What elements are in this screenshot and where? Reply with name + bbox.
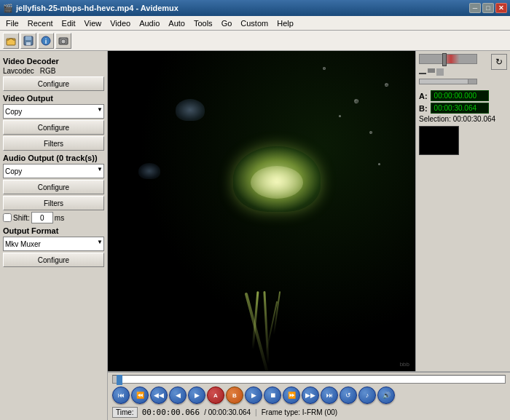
ms-label: ms — [55, 214, 64, 222]
audio-output-configure-button[interactable]: Configure — [3, 180, 104, 194]
svg-rect-8 — [61, 37, 66, 39]
audio-output-select-wrapper: Copy AAC MP3 AC3 ▼ — [3, 164, 104, 178]
a-label: A: — [419, 92, 428, 100]
bubble-4 — [339, 115, 341, 117]
total-time: / 00:00:30.064 — [204, 408, 251, 416]
video-decoder-configure-button[interactable]: Configure — [3, 76, 104, 91]
audio-output-select[interactable]: Copy AAC MP3 AC3 — [3, 164, 104, 178]
time-label: Time: — [112, 407, 138, 418]
video-area: bbb — [108, 51, 415, 371]
svg-rect-2 — [26, 36, 31, 40]
window-title: jellyfish-25-mbps-hd-hevc.mp4 - Avidemux — [16, 4, 178, 12]
menu-help[interactable]: Help — [272, 17, 298, 29]
current-time: 00:00:00.066 — [142, 408, 200, 417]
next-frame-button[interactable]: ⏩ — [283, 387, 300, 404]
audio-output-label: Audio Output (0 track(s)) — [3, 154, 104, 162]
output-format-select-wrapper: Mkv Muxer MP4 Muxer AVI Muxer ▼ — [3, 237, 104, 251]
mark-a-button[interactable]: A — [207, 387, 224, 404]
watermark: bbb — [400, 361, 409, 368]
back-1s-button[interactable]: ◀ — [169, 387, 187, 404]
ab-controls: A: 00:00:00.000 B: 00:00:30.064 Selectio… — [419, 90, 507, 123]
output-format-configure-button[interactable]: Configure — [3, 253, 104, 267]
selection-label: Selection: — [419, 115, 451, 123]
status-row: Time: 00:00:00.066 / 00:00:30.064 | Fram… — [108, 405, 510, 420]
output-format-select[interactable]: Mkv Muxer MP4 Muxer AVI Muxer — [3, 237, 104, 251]
toolbar: i — [0, 31, 510, 51]
rewind-to-start-button[interactable]: ⏮ — [112, 387, 130, 404]
open-button[interactable] — [3, 33, 19, 49]
output-format-label: Output Format — [3, 226, 104, 235]
close-button[interactable]: ✕ — [495, 3, 507, 13]
title-bar: 🎬 jellyfish-25-mbps-hd-hevc.mp4 - Avidem… — [0, 0, 510, 16]
preview-box — [419, 126, 459, 155]
svg-rect-3 — [26, 42, 31, 45]
frame-type: Frame type: I-FRM (00) — [262, 408, 337, 416]
left-panel: Video Decoder Lavcodec RGB Configure Vid… — [0, 51, 108, 420]
menu-auto[interactable]: Auto — [164, 17, 189, 29]
shift-checkbox[interactable] — [3, 213, 12, 222]
svg-point-7 — [61, 39, 66, 44]
bubble-3 — [385, 83, 388, 87]
progress-bar-container — [108, 373, 510, 385]
volume-button[interactable]: 🔊 — [377, 387, 395, 404]
jellyfish-main-body — [233, 146, 321, 212]
forward-button[interactable]: ▶▶ — [302, 387, 319, 404]
rgb-label: RGB — [40, 67, 56, 75]
prev-segment-button[interactable]: ⏪ — [131, 387, 149, 404]
bubble-1 — [354, 99, 358, 103]
selection-time: 00:00:30.064 — [453, 115, 495, 123]
menu-go[interactable]: Go — [217, 17, 237, 29]
mark-b-button[interactable]: B — [226, 387, 243, 404]
audio-button[interactable]: ♪ — [358, 387, 376, 404]
a-time: 00:00:00.000 — [431, 90, 489, 101]
video-output-filters-button[interactable]: Filters — [3, 136, 104, 151]
menu-custom[interactable]: Custom — [236, 17, 272, 29]
info-button[interactable]: i — [38, 33, 54, 49]
bubble-2 — [369, 131, 372, 134]
stop-button[interactable]: ⏹ — [264, 387, 281, 404]
minimize-button[interactable]: ─ — [469, 3, 481, 13]
menu-bar: File Recent Edit View Video Audio Auto T… — [0, 16, 510, 31]
video-output-configure-button[interactable]: Configure — [3, 120, 104, 135]
progress-track[interactable] — [112, 375, 506, 384]
menu-edit[interactable]: Edit — [58, 17, 80, 29]
jellyfish-small-1 — [176, 99, 205, 121]
audio-output-filters-button[interactable]: Filters — [3, 196, 104, 210]
menu-audio[interactable]: Audio — [135, 17, 164, 29]
video-decoder-label: Video Decoder — [3, 57, 104, 66]
rewind-button[interactable]: ◀◀ — [150, 387, 168, 404]
save-button[interactable] — [20, 33, 36, 49]
progress-thumb[interactable] — [117, 375, 122, 385]
video-output-select-wrapper: Copy HuffYUV MPEG4 x264 ▼ — [3, 104, 104, 119]
lavcodec-label: Lavcodec — [3, 67, 34, 75]
app-icon: 🎬 — [3, 4, 13, 13]
transport-row: ⏮ ⏪ ◀◀ ◀ ▶ A B ▶ ⏹ ⏩ ▶▶ ⏭ ↺ ♪ 🔊 — [108, 385, 510, 405]
right-controls: ↻ A: 00:00:00.000 B: 00:00:30.064 — [415, 51, 510, 371]
menu-video[interactable]: Video — [106, 17, 135, 29]
svg-text:i: i — [45, 38, 47, 45]
video-output-label: Video Output — [3, 94, 104, 103]
b-time: 00:00:30.064 — [431, 103, 489, 114]
menu-view[interactable]: View — [80, 17, 106, 29]
bottom-controls: ⏮ ⏪ ◀◀ ◀ ▶ A B ▶ ⏹ ⏩ ▶▶ ⏭ ↺ ♪ 🔊 Time: 00… — [108, 371, 510, 420]
loop-button[interactable]: ↺ — [340, 387, 357, 404]
menu-file[interactable]: File — [1, 17, 23, 29]
video-frame: bbb — [108, 51, 415, 371]
shift-label: Shift: — [13, 214, 30, 222]
play-button[interactable]: ▶ — [245, 387, 262, 404]
shift-input[interactable] — [31, 212, 53, 223]
forward-end-button[interactable]: ⏭ — [321, 387, 338, 404]
refresh-button[interactable]: ↻ — [491, 54, 507, 70]
svg-rect-0 — [7, 39, 15, 45]
video-output-select[interactable]: Copy HuffYUV MPEG4 x264 — [3, 104, 104, 119]
b-label: B: — [419, 104, 428, 113]
menu-recent[interactable]: Recent — [23, 17, 58, 29]
snapshot-button[interactable] — [55, 33, 71, 49]
jellyfish-small-2 — [138, 163, 160, 179]
maximize-button[interactable]: □ — [482, 3, 494, 13]
volume-slider[interactable] — [419, 54, 477, 64]
forward-1s-button[interactable]: ▶ — [188, 387, 205, 404]
scroll-control[interactable] — [419, 79, 477, 84]
menu-tools[interactable]: Tools — [189, 17, 217, 29]
main-content: Video Decoder Lavcodec RGB Configure Vid… — [0, 51, 510, 420]
